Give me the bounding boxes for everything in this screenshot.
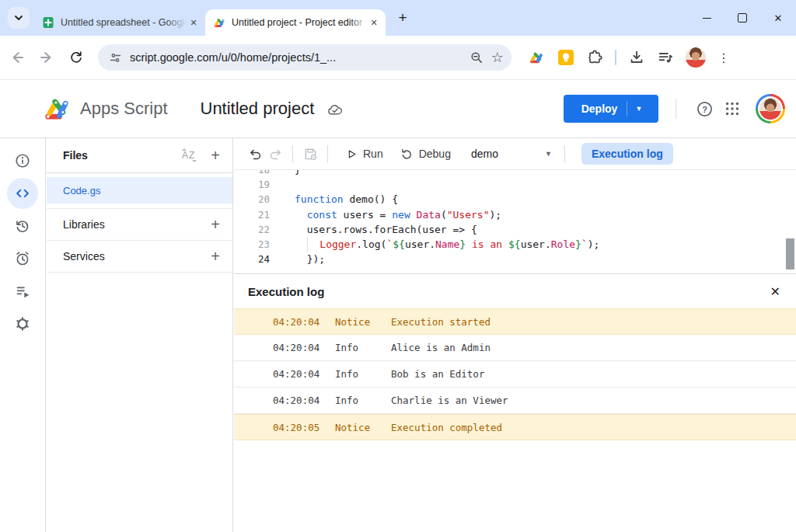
sidebar-item-settings[interactable] [6, 308, 39, 340]
files-panel-header: Files AZ + [47, 138, 232, 173]
apps-script-logo[interactable] [43, 95, 71, 123]
code-line[interactable]: 23 Logger.log(`${user.Name} is an ${user… [234, 237, 796, 252]
code-lines: 18}1920function demo() {21 const users =… [234, 170, 796, 266]
tab-search-button[interactable] [8, 7, 30, 29]
log-entry[interactable]: 04:20:04NoticeExecution started [234, 308, 796, 335]
editor-scrollbar[interactable] [786, 238, 794, 269]
libraries-section[interactable]: Libraries + [47, 208, 232, 240]
add-library-button[interactable]: + [211, 217, 220, 232]
new-tab-button[interactable]: + [392, 7, 414, 29]
browser-tab-apps-script[interactable]: Untitled project - Project editor ✕ [205, 9, 386, 36]
help-button[interactable]: ? [690, 95, 718, 123]
run-button[interactable]: Run [346, 148, 383, 160]
address-bar[interactable]: script.google.com/u/0/home/projects/1_..… [98, 44, 511, 71]
apps-script-icon [213, 16, 225, 29]
add-service-button[interactable]: + [211, 249, 220, 264]
debug-button[interactable]: Debug [400, 148, 451, 161]
download-icon [628, 49, 645, 66]
log-timestamp: 04:20:04 [273, 342, 335, 353]
svg-text:?: ? [702, 104, 707, 113]
sidebar-item-project-history[interactable] [6, 210, 39, 242]
execution-log-button[interactable]: Execution log [581, 143, 673, 165]
log-level: Info [335, 342, 391, 353]
sidebar-item-executions[interactable] [6, 275, 39, 308]
tab-queue-button[interactable] [657, 49, 674, 66]
code-text: function demo() { [270, 192, 398, 207]
close-execution-log-icon[interactable]: ✕ [770, 284, 780, 299]
google-apps-grid-button[interactable] [718, 95, 746, 123]
function-caret-icon: ▼ [545, 150, 552, 158]
code-text: }); [270, 252, 325, 266]
code-line[interactable]: 21 const users = new Data("Users"); [234, 207, 796, 222]
project-title[interactable]: Untitled project [201, 99, 315, 119]
close-tab-icon[interactable]: ✕ [187, 16, 201, 30]
code-line[interactable]: 22 users.rows.forEach(user => { [234, 222, 796, 237]
undo-icon [248, 147, 263, 162]
apps-script-extension-icon[interactable] [527, 48, 546, 67]
log-entry[interactable]: 04:20:04InfoCharlie is an Viewer [234, 388, 796, 414]
sort-files-button[interactable]: AZ [180, 150, 197, 161]
code-line[interactable]: 20function demo() { [234, 192, 796, 207]
maximize-button[interactable] [724, 0, 760, 36]
downloads-button[interactable] [628, 49, 645, 66]
log-entry[interactable]: 04:20:04InfoBob is an Editor [234, 361, 796, 388]
run-label: Run [363, 148, 383, 160]
redo-button[interactable] [265, 144, 285, 164]
code-line[interactable]: 18} [234, 170, 796, 177]
log-timestamp: 04:20:05 [273, 422, 335, 433]
file-item-code-gs[interactable]: Code.gs [47, 177, 232, 203]
line-number: 22 [234, 222, 270, 237]
deploy-separator [627, 101, 627, 116]
add-file-button[interactable]: + [211, 148, 220, 163]
undo-button[interactable] [245, 144, 265, 164]
close-window-button[interactable]: ✕ [760, 0, 796, 36]
services-section[interactable]: Services + [47, 240, 232, 272]
chevron-down-icon [14, 13, 23, 23]
code-line[interactable]: 24 }); [234, 252, 796, 266]
close-tab-icon[interactable]: ✕ [367, 16, 381, 30]
minimize-icon [703, 18, 711, 19]
toolbar-divider [327, 145, 328, 162]
browser-menu-button[interactable]: ⋮ [717, 50, 730, 65]
bookmark-star-icon[interactable]: ☆ [491, 49, 504, 66]
deploy-button[interactable]: Deploy ▼ [564, 95, 658, 123]
reload-icon [68, 50, 84, 65]
log-entry[interactable]: 04:20:05NoticeExecution completed [234, 414, 796, 440]
code-text: const users = new Data("Users"); [270, 207, 501, 222]
code-editor[interactable]: 18}1920function demo() {21 const users =… [234, 170, 796, 273]
url-text[interactable]: script.google.com/u/0/home/projects/1_..… [130, 51, 462, 64]
history-icon [14, 217, 31, 235]
code-text: Logger.log(`${user.Name} is an ${user.Ro… [270, 237, 599, 252]
deploy-caret-icon[interactable]: ▼ [635, 105, 642, 113]
google-keep-icon[interactable] [557, 49, 574, 66]
playlist-icon [657, 49, 674, 66]
deploy-label: Deploy [581, 103, 618, 115]
run-play-icon [346, 148, 358, 160]
browser-profile-avatar[interactable] [686, 47, 706, 68]
forward-button[interactable] [34, 45, 59, 70]
product-name[interactable]: Apps Script [80, 99, 168, 119]
function-selector[interactable]: demo ▼ [471, 148, 552, 160]
zoom-out-button[interactable] [470, 50, 484, 64]
account-avatar[interactable] [756, 94, 785, 123]
log-message: Bob is an Editor [391, 368, 484, 380]
code-line[interactable]: 19 [234, 177, 796, 192]
reload-button[interactable] [64, 45, 89, 70]
log-entry[interactable]: 04:20:04InfoAlice is an Admin [234, 335, 796, 361]
alarm-clock-icon [14, 250, 31, 267]
save-button[interactable] [300, 144, 320, 164]
line-number: 24 [234, 252, 270, 266]
back-button[interactable] [5, 45, 30, 70]
apps-script-header: Apps Script Untitled project Deploy ▼ ? [0, 80, 796, 138]
line-number: 19 [234, 177, 270, 192]
sidebar-item-triggers[interactable] [6, 242, 39, 275]
tab-title: Untitled project - Project editor [232, 17, 367, 28]
minimize-button[interactable] [689, 0, 724, 36]
extensions-puzzle-icon[interactable] [586, 49, 603, 66]
sidebar-item-editor[interactable] [7, 178, 38, 209]
sidebar-item-overview[interactable] [6, 144, 39, 177]
editor-main: Run Debug demo ▼ Execution log 18}1920fu… [234, 138, 796, 532]
log-level: Notice [335, 316, 391, 328]
log-timestamp: 04:20:04 [273, 368, 335, 380]
browser-tab-spreadsheet[interactable]: Untitled spreadsheet - Google S ✕ [34, 9, 205, 36]
